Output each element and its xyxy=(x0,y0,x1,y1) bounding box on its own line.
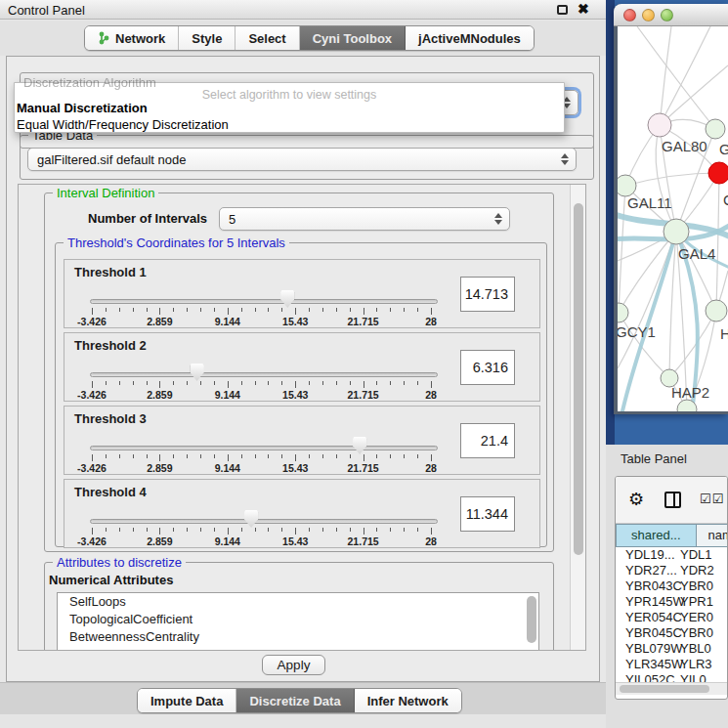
network-canvas[interactable]: GAL80GACGAL11GAL4GCY1HHAP2 xyxy=(618,26,728,411)
network-node[interactable] xyxy=(618,303,628,322)
algorithm-option[interactable]: Equal Width/Frequency Discretization xyxy=(15,116,564,133)
network-node[interactable] xyxy=(664,219,689,244)
close-panel-icon[interactable]: ✖ xyxy=(578,1,589,17)
zoom-traffic-light-icon[interactable] xyxy=(661,9,673,21)
table-row[interactable]: YDL19...YDL1 xyxy=(616,547,728,563)
combo-stepper-icon xyxy=(561,153,569,165)
table-rows: YDL19...YDL1YDR27...YDR2YBR043CYBR0YPR14… xyxy=(616,547,728,682)
application-window: Control Panel ✖ NetworkStyleSelectCyni T… xyxy=(0,0,728,728)
attribute-item[interactable]: BetweennessCentrality xyxy=(58,628,538,646)
cell-shared-name: YBR045C xyxy=(625,625,682,640)
attribute-item[interactable]: TopologicalCoefficient xyxy=(58,611,538,628)
table-window: ⚙ ☑☑ shared...name YDL19...YDL1YDR27...Y… xyxy=(615,476,728,700)
network-node[interactable] xyxy=(618,175,636,196)
table-row[interactable]: YPR145WYPR1 xyxy=(616,594,728,610)
slider-ticks xyxy=(92,528,431,535)
attribute-item[interactable]: SelfLoops xyxy=(58,593,538,611)
cell-shared-name: YBR043C xyxy=(625,578,682,593)
table-row[interactable]: YDR27...YDR2 xyxy=(616,563,728,578)
scrollbar-thumb[interactable] xyxy=(574,203,583,555)
node-label: GAL80 xyxy=(662,138,707,154)
cell-name: YIL0 xyxy=(680,672,707,682)
network-node[interactable] xyxy=(648,113,671,137)
threshold-panel: Threshold 3-3.4262.8599.14415.4321.71528… xyxy=(64,406,540,475)
network-node[interactable] xyxy=(708,162,728,184)
slider-track[interactable] xyxy=(90,372,438,377)
table-row[interactable]: YIL052CYIL0 xyxy=(616,672,728,682)
table-horizontal-scrollbar[interactable] xyxy=(616,682,727,695)
checkbox-checked-icon[interactable]: ☑☑ xyxy=(700,492,724,506)
node-label: HAP2 xyxy=(671,384,709,401)
float-panel-icon[interactable] xyxy=(557,5,568,15)
network-desktop: GAL80GACGAL11GAL4GCY1HHAP2 xyxy=(606,0,728,445)
numerical-attributes-list[interactable]: SelfLoopsTopologicalCoefficientBetweenne… xyxy=(57,592,539,651)
number-of-intervals-value: 5 xyxy=(229,212,236,227)
tab-impute-data[interactable]: Impute Data xyxy=(138,689,236,712)
cell-name: YBL0 xyxy=(680,641,711,656)
settings-vertical-scrollbar[interactable] xyxy=(570,185,585,650)
tab-infer-network[interactable]: Infer Network xyxy=(355,689,461,712)
tab-label: Discretize Data xyxy=(249,694,340,708)
table-row[interactable]: YBL079WYBL0 xyxy=(616,641,728,657)
bottom-tab-strip: Impute DataDiscretize DataInfer Network xyxy=(0,682,606,714)
tab-network[interactable]: Network xyxy=(85,26,179,50)
threshold-value-field[interactable]: 21.4 xyxy=(460,423,515,458)
apply-button[interactable]: Apply xyxy=(262,655,325,675)
cell-shared-name: YER054C xyxy=(625,610,682,624)
table-row[interactable]: YER054CYER0 xyxy=(616,610,728,625)
tab-select[interactable]: Select xyxy=(236,26,299,50)
table-row[interactable]: YBR043CYBR0 xyxy=(616,578,728,594)
tab-jactivemnodules[interactable]: jActiveMNodules xyxy=(406,26,534,50)
slider-thumb[interactable] xyxy=(353,437,366,454)
slider-thumb[interactable] xyxy=(244,510,258,528)
bottom-tab-group: Impute DataDiscretize DataInfer Network xyxy=(137,688,462,713)
table-data-combobox[interactable]: galFiltered.sif default node xyxy=(27,148,577,171)
table-row[interactable]: YLR345WYLR3 xyxy=(616,657,728,672)
columns-icon[interactable] xyxy=(664,492,681,508)
column-header-2[interactable]: name xyxy=(697,524,728,547)
attributes-list-scrollbar[interactable] xyxy=(527,596,536,643)
network-node[interactable] xyxy=(706,119,725,139)
top-tab-group: NetworkStyleSelectCyni ToolboxjActiveMNo… xyxy=(84,25,535,51)
cell-name: YBR0 xyxy=(680,578,713,593)
algorithm-option[interactable]: Manual Discretization xyxy=(15,100,564,116)
tab-cyni-toolbox[interactable]: Cyni Toolbox xyxy=(300,26,406,50)
network-node[interactable] xyxy=(706,300,727,321)
scrollbar-thumb[interactable] xyxy=(620,685,709,693)
slider-thumb[interactable] xyxy=(280,290,294,308)
table-data-combobox-value: galFiltered.sif default node xyxy=(37,152,186,167)
tab-style[interactable]: Style xyxy=(179,26,236,50)
table-panel-title: Table Panel xyxy=(621,451,687,466)
table-panel: Table Panel ⚙ ☑☑ shared...name YDL19...Y… xyxy=(606,445,728,728)
gear-icon[interactable]: ⚙ xyxy=(628,489,644,510)
table-toolbar: ⚙ ☑☑ xyxy=(616,477,727,524)
minimize-traffic-light-icon[interactable] xyxy=(642,9,655,21)
algorithm-popup-options: Manual DiscretizationEqual Width/Frequen… xyxy=(15,100,564,133)
top-tab-strip: NetworkStyleSelectCyni ToolboxjActiveMNo… xyxy=(0,21,606,56)
cell-shared-name: YDR27... xyxy=(625,563,677,578)
slider-tick-labels: -3.4262.8599.14415.4321.71528 xyxy=(92,535,431,546)
slider-track[interactable] xyxy=(90,446,438,450)
tab-label: Impute Data xyxy=(150,694,223,708)
node-label: GA xyxy=(719,141,728,157)
column-header-1[interactable]: shared... xyxy=(616,524,697,547)
network-graph: GAL80GACGAL11GAL4GCY1HHAP2 xyxy=(618,26,728,411)
slider-track[interactable] xyxy=(90,299,438,304)
close-traffic-light-icon[interactable] xyxy=(623,9,636,21)
node-label: GAL11 xyxy=(627,194,672,211)
slider-tick-labels: -3.4262.8599.14415.4321.71528 xyxy=(92,316,431,326)
tab-discretize-data[interactable]: Discretize Data xyxy=(236,689,354,712)
slider-ticks xyxy=(92,381,431,388)
slider-track[interactable] xyxy=(90,519,438,524)
threshold-value-field[interactable]: 6.316 xyxy=(460,350,515,385)
table-row[interactable]: YBR045CYBR0 xyxy=(616,625,728,641)
attributes-group-title: Attributes to discretize xyxy=(53,555,186,570)
threshold-value-field[interactable]: 11.344 xyxy=(460,496,515,532)
threshold-value-field[interactable]: 14.713 xyxy=(460,277,515,312)
slider-tick-labels: -3.4262.8599.14415.4321.71528 xyxy=(92,462,431,473)
number-of-intervals-combobox[interactable]: 5 xyxy=(219,207,510,231)
cell-shared-name: YLR345W xyxy=(625,657,683,671)
network-window-titlebar[interactable] xyxy=(614,4,728,26)
threshold-panel: Threshold 2-3.4262.8599.14415.4321.71528… xyxy=(64,332,540,402)
slider-thumb[interactable] xyxy=(191,364,204,381)
